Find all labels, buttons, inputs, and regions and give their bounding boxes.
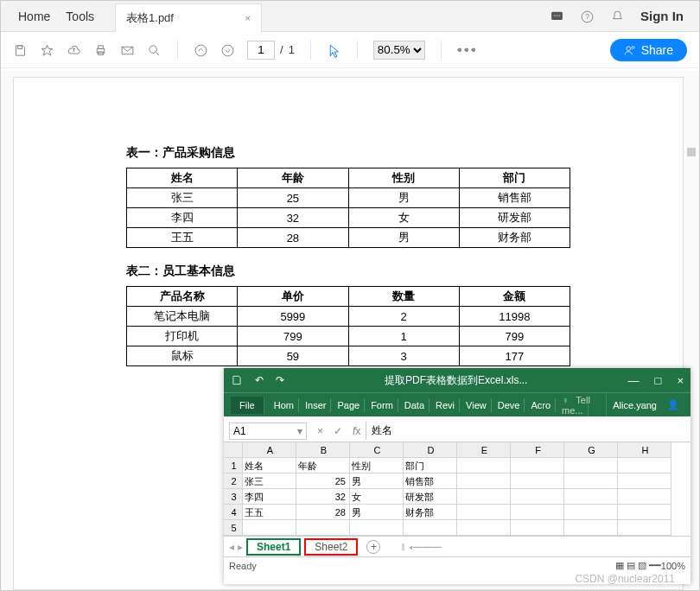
view-normal-icon[interactable]: ▦ ▤ ▧ ━━ [615,560,661,571]
cell[interactable] [511,489,564,505]
sheet-tab-1[interactable]: Sheet1 [246,538,301,556]
ribbon-acro[interactable]: Acro [526,398,556,412]
fx-icon[interactable]: fx [347,425,366,437]
name-box[interactable]: A1▾ [229,423,307,440]
ribbon-form[interactable]: Form [366,398,398,412]
cell[interactable]: 李四 [243,489,296,505]
cell[interactable] [404,520,457,536]
col-header[interactable]: D [404,442,457,458]
ribbon-data[interactable]: Data [400,398,430,412]
row-header[interactable]: 2 [224,473,243,489]
vscrollbar[interactable] [687,148,696,156]
print-icon[interactable] [93,41,108,59]
ribbon-dev[interactable]: Deve [493,398,525,412]
col-header[interactable]: F [511,442,564,458]
ribbon-home[interactable]: Hom [270,398,299,412]
cell[interactable] [457,473,511,489]
ribbon-tellme[interactable]: ♀ Tell me... [557,393,607,417]
cell[interactable] [350,520,404,536]
cell[interactable] [511,473,564,489]
page-down-icon[interactable] [220,41,235,59]
cell[interactable] [564,473,618,489]
col-header[interactable]: B [296,442,350,458]
col-header[interactable]: G [564,442,618,458]
sign-in-link[interactable]: Sign In [640,9,684,23]
excel-close-icon[interactable]: × [677,374,684,387]
cell[interactable] [618,458,671,473]
nav-tools[interactable]: Tools [66,10,94,23]
row-header[interactable]: 4 [224,505,243,520]
cell[interactable]: 32 [296,489,350,505]
ribbon-view[interactable]: View [461,398,492,412]
cell[interactable] [296,520,350,536]
cell[interactable] [457,489,511,505]
cell[interactable]: 财务部 [404,505,457,520]
cell[interactable]: 部门 [404,458,457,473]
cell[interactable]: 女 [350,489,404,505]
zoom-select[interactable]: 80.5% [373,41,425,60]
col-header[interactable]: C [350,442,404,458]
save-icon[interactable] [13,41,28,59]
col-header[interactable]: H [618,442,671,458]
ribbon-share-icon[interactable]: 👤 [663,397,684,412]
cell[interactable]: 男 [350,505,404,520]
cell[interactable] [564,489,618,505]
cell[interactable]: 研发部 [404,489,457,505]
excel-grid[interactable]: ABCDEFGH1姓名年龄性别部门2张三25男销售部3李四32女研发部4王五28… [224,442,690,536]
ribbon-page[interactable]: Page [333,398,365,412]
cell[interactable]: 年龄 [296,458,350,473]
cell[interactable]: 28 [296,505,350,520]
cell[interactable] [511,505,564,520]
sheet-tab-2[interactable]: Sheet2 [304,538,358,556]
corner[interactable] [224,442,243,458]
cell[interactable] [243,520,296,536]
excel-restore-icon[interactable]: □ [655,374,662,387]
excel-min-icon[interactable]: — [628,374,640,387]
sheet-add-button[interactable]: + [366,540,380,554]
row-header[interactable]: 3 [224,489,243,505]
ribbon-review[interactable]: Revi [431,398,460,412]
zoom-label[interactable]: 100% [661,561,685,571]
excel-redo-icon[interactable]: ↷ [276,374,284,386]
ribbon-insert[interactable]: Inser [301,398,331,412]
cell[interactable]: 销售部 [404,473,457,489]
cell[interactable] [564,458,618,473]
cloud-upload-icon[interactable] [67,41,81,59]
cell[interactable]: 男 [350,473,404,489]
excel-save-icon[interactable] [231,374,243,387]
bell-icon[interactable] [610,8,625,25]
page-input[interactable] [247,41,275,60]
document-tab[interactable]: 表格1.pdf × [115,3,262,32]
mail-icon[interactable] [120,41,135,59]
cell[interactable] [618,505,671,520]
nav-home[interactable]: Home [18,10,50,23]
formula-value[interactable]: 姓名 [366,422,690,440]
cell[interactable] [511,458,564,473]
sheet-nav-prev[interactable]: ▸ [238,541,243,553]
cursor-icon[interactable] [327,41,341,59]
sheet-hscroll[interactable]: ⦀ ◂━━━ [401,541,441,553]
row-header[interactable]: 1 [224,458,243,473]
ribbon-file[interactable]: File [231,397,264,414]
cell[interactable] [618,489,671,505]
cell[interactable] [564,520,618,536]
page-up-icon[interactable] [194,41,208,59]
fx-confirm-icon[interactable]: ✓ [328,425,347,437]
cell[interactable]: 张三 [243,473,296,489]
row-header[interactable]: 5 [224,520,243,536]
col-header[interactable]: A [243,442,296,458]
chat-icon[interactable] [550,8,564,25]
cell[interactable] [564,505,618,520]
cell[interactable] [457,458,511,473]
search-icon[interactable] [147,41,162,59]
ribbon-user[interactable]: Alice.yang [608,398,661,412]
excel-undo-icon[interactable]: ↶ [255,374,264,386]
cell[interactable]: 25 [296,473,350,489]
star-icon[interactable] [40,41,54,59]
share-button[interactable]: Share [610,39,687,61]
help-icon[interactable]: ? [580,8,595,25]
cell[interactable] [511,520,564,536]
more-icon[interactable]: ••• [457,41,478,59]
close-icon[interactable]: × [245,13,251,23]
cell[interactable] [618,473,671,489]
